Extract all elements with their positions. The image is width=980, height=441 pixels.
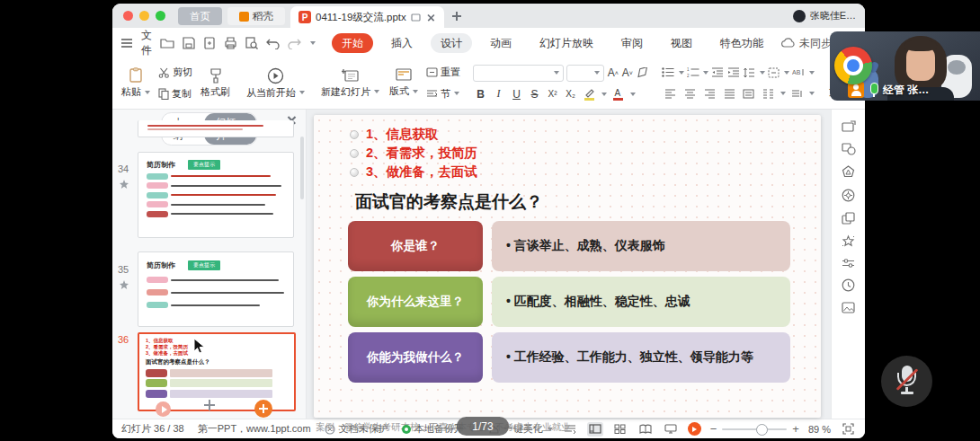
- ribbon-tab-view[interactable]: 视图: [661, 33, 702, 53]
- justify-icon[interactable]: [721, 86, 738, 101]
- decrease-indent-icon[interactable]: [711, 65, 725, 80]
- tab-document[interactable]: P 0411-19级交流.pptx: [290, 6, 444, 28]
- copy-button[interactable]: 复制: [158, 87, 192, 101]
- ribbon-tab-design[interactable]: 设计: [431, 33, 472, 53]
- strikethrough-button[interactable]: S: [527, 87, 542, 101]
- design-panel-icon[interactable]: [842, 165, 855, 179]
- font-color-button[interactable]: A: [610, 86, 627, 101]
- menu-file[interactable]: 文件: [141, 28, 152, 58]
- cut-button[interactable]: 剪切: [158, 66, 192, 79]
- close-window-button[interactable]: [123, 11, 133, 21]
- mini-bullet: 3、做准备，去面试: [146, 350, 288, 357]
- new-tab-button[interactable]: [450, 9, 464, 23]
- minimize-window-button[interactable]: [139, 11, 149, 21]
- numbered-list-icon[interactable]: 12: [687, 65, 700, 80]
- ribbon-tab-slideshow[interactable]: 幻灯片放映: [530, 33, 603, 53]
- section-button[interactable]: 节: [426, 87, 460, 101]
- open-file-icon[interactable]: [160, 36, 174, 51]
- ribbon-tab-start[interactable]: 开始: [332, 33, 373, 53]
- current-slide[interactable]: 1、信息获取 2、看需求，投简历 3、做准备，去面试 面试官的考察点是什么？ 你…: [314, 115, 821, 418]
- redo-icon[interactable]: [288, 36, 301, 51]
- font-size-select[interactable]: [566, 65, 604, 82]
- slideshow-play-button[interactable]: [688, 422, 701, 436]
- slide-thumbnail-33-partial[interactable]: [138, 120, 294, 137]
- effects-panel-icon[interactable]: [842, 234, 855, 248]
- increase-font-icon[interactable]: A˄: [607, 66, 619, 80]
- sync-status[interactable]: 未同步: [781, 36, 832, 51]
- zoom-slider[interactable]: [722, 428, 787, 430]
- ribbon-tab-review[interactable]: 审阅: [611, 33, 653, 53]
- ribbon-tab-insert[interactable]: 插入: [381, 33, 423, 53]
- normal-view-icon[interactable]: [587, 422, 603, 437]
- font-family-select[interactable]: [473, 65, 564, 82]
- reset-button[interactable]: 重置: [426, 66, 460, 79]
- zoom-in-button[interactable]: +: [792, 422, 799, 436]
- align-center-icon[interactable]: [682, 86, 699, 101]
- add-slide-button[interactable]: [201, 397, 218, 413]
- export-pdf-icon[interactable]: [203, 36, 216, 51]
- bold-button[interactable]: B: [473, 87, 488, 101]
- quick-tools-chevron-icon[interactable]: [310, 41, 316, 45]
- account-area[interactable]: 张晓佳E…: [793, 9, 856, 22]
- bullet-list-icon[interactable]: [662, 65, 675, 80]
- line-spacing-icon[interactable]: [743, 65, 756, 80]
- maximize-window-button[interactable]: [156, 11, 165, 21]
- mic-muted-button[interactable]: [881, 356, 932, 407]
- align-right-icon[interactable]: [701, 86, 718, 101]
- undo-icon[interactable]: [266, 36, 280, 51]
- highlight-color-button[interactable]: [581, 86, 598, 101]
- print-icon[interactable]: [224, 36, 237, 51]
- animation-star-icon-35: [120, 280, 129, 289]
- browser-app-icon[interactable]: [834, 47, 872, 84]
- layout-button[interactable]: 版式: [386, 60, 422, 106]
- slide-thumbnail-35[interactable]: 简历制作 要点提示: [138, 251, 294, 327]
- svg-text:AB: AB: [792, 69, 801, 75]
- text-align-box-icon[interactable]: [768, 65, 781, 80]
- zoom-slider-thumb[interactable]: [756, 424, 768, 436]
- superscript-button[interactable]: X²: [545, 87, 560, 101]
- format-painter-button[interactable]: 格式刷: [197, 60, 234, 106]
- fit-screen-icon[interactable]: [840, 422, 856, 437]
- underline-button[interactable]: U: [509, 87, 524, 101]
- pane-toggle-icon[interactable]: [842, 120, 856, 133]
- sidebar-scrollbar[interactable]: [300, 137, 304, 199]
- close-tab-icon[interactable]: [425, 12, 436, 22]
- zoom-out-button[interactable]: −: [710, 422, 717, 436]
- columns-icon[interactable]: [760, 86, 777, 101]
- play-from-slide-button[interactable]: [156, 401, 171, 417]
- insert-slide-button[interactable]: [254, 400, 272, 418]
- hamburger-menu-icon[interactable]: [120, 36, 133, 51]
- decrease-font-icon[interactable]: A˅: [621, 66, 633, 80]
- slide-sorter-icon[interactable]: [612, 422, 628, 437]
- tab-home[interactable]: 首页: [178, 7, 222, 25]
- paragraph-spacing-icon[interactable]: [788, 86, 806, 101]
- shapes-panel-icon[interactable]: [842, 143, 856, 155]
- subscript-button[interactable]: X₂: [563, 87, 578, 101]
- tab-docer[interactable]: 稻壳: [227, 7, 285, 25]
- smart-tools-icon[interactable]: [842, 189, 855, 202]
- zoom-percent[interactable]: 89 %: [808, 424, 831, 435]
- italic-button[interactable]: I: [491, 87, 506, 101]
- play-from-current-button[interactable]: 从当前开始: [243, 60, 308, 106]
- presenter-view-icon[interactable]: [663, 422, 679, 437]
- layers-panel-icon[interactable]: [842, 212, 855, 225]
- slide-canvas[interactable]: 1、信息获取 2、看需求，投简历 3、做准备，去面试 面试官的考察点是什么？ 你…: [307, 110, 831, 419]
- print-preview-icon[interactable]: [245, 36, 258, 51]
- reading-view-icon[interactable]: [637, 422, 654, 437]
- history-panel-icon[interactable]: [842, 278, 855, 292]
- paste-button[interactable]: 粘贴: [118, 60, 154, 106]
- slide-thumbnail-34[interactable]: 简历制作 要点提示: [138, 152, 294, 238]
- save-icon[interactable]: [183, 36, 195, 51]
- image-panel-icon[interactable]: [842, 302, 855, 313]
- pin-tab-icon[interactable]: [411, 13, 421, 22]
- increase-indent-icon[interactable]: [727, 65, 741, 80]
- right-tool-strip: [831, 110, 865, 419]
- new-slide-button[interactable]: 新建幻灯片: [317, 60, 383, 106]
- ribbon-tab-animation[interactable]: 动画: [480, 33, 521, 53]
- settings-panel-icon[interactable]: [842, 258, 855, 269]
- text-direction-icon[interactable]: AB: [792, 65, 806, 80]
- ribbon-tab-features[interactable]: 特色功能: [710, 33, 773, 53]
- distribute-icon[interactable]: [740, 86, 757, 101]
- clear-format-icon[interactable]: [636, 66, 649, 81]
- align-left-icon[interactable]: [662, 86, 679, 101]
